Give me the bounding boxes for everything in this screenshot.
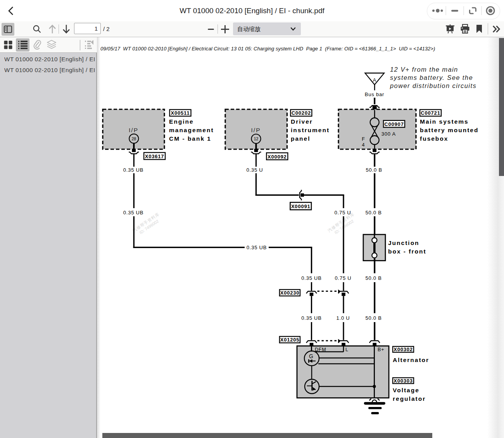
svg-text:1.0 U: 1.0 U xyxy=(336,315,350,321)
svg-text:management: management xyxy=(169,127,214,133)
svg-text:0.35 U: 0.35 U xyxy=(246,167,263,173)
svg-text:0.35 UB: 0.35 UB xyxy=(247,245,267,250)
svg-text:300 A: 300 A xyxy=(381,131,396,137)
svg-text:50.0 B: 50.0 B xyxy=(365,210,381,216)
svg-text:G: G xyxy=(309,353,313,359)
svg-text:C00721: C00721 xyxy=(421,110,440,116)
svg-text:0.75 U: 0.75 U xyxy=(334,210,351,216)
svg-text:4: 4 xyxy=(362,142,365,148)
svg-text:I/P: I/P xyxy=(129,127,138,133)
svg-text:regulator: regulator xyxy=(393,395,426,402)
svg-text:0.75 U: 0.75 U xyxy=(335,275,351,281)
svg-text:50.0 B: 50.0 B xyxy=(366,167,382,173)
svg-text:F: F xyxy=(362,136,365,142)
svg-text:Voltage: Voltage xyxy=(393,387,419,393)
svg-text:12: 12 xyxy=(254,136,259,141)
svg-text:Bus bar: Bus bar xyxy=(365,91,384,97)
svg-text:0.35 UB: 0.35 UB xyxy=(123,210,144,216)
svg-text:Driver: Driver xyxy=(291,118,313,125)
svg-text:fusebox: fusebox xyxy=(420,135,448,142)
svg-text:power distribution circuits: power distribution circuits xyxy=(390,82,476,89)
svg-text:X00302: X00302 xyxy=(394,347,413,352)
svg-text:0.35 UB: 0.35 UB xyxy=(123,167,144,173)
svg-text:X00230: X00230 xyxy=(280,290,300,296)
svg-text:CM - bank 1: CM - bank 1 xyxy=(169,135,211,142)
svg-text:systems battery. See the: systems battery. See the xyxy=(390,74,473,81)
svg-text:Alternator: Alternator xyxy=(393,357,429,363)
svg-text:0.35 UB: 0.35 UB xyxy=(301,315,322,321)
svg-text:09/05/17 WT 01000 02-2010 [En: 09/05/17 WT 01000 02-2010 [English] / El… xyxy=(100,46,435,52)
svg-text:battery mounted: battery mounted xyxy=(420,127,478,133)
svg-text:L: L xyxy=(345,347,349,352)
svg-text:50.0 B: 50.0 B xyxy=(365,315,381,321)
svg-text:C00202: C00202 xyxy=(292,110,311,116)
svg-text:X01205: X01205 xyxy=(280,337,300,343)
svg-text:A: A xyxy=(373,78,376,83)
svg-text:50.0 B: 50.0 B xyxy=(365,275,381,281)
svg-text:Engine: Engine xyxy=(169,118,194,125)
svg-text:X00511: X00511 xyxy=(171,110,190,116)
svg-text:X00303: X00303 xyxy=(394,378,413,384)
svg-text:28: 28 xyxy=(131,136,136,141)
svg-text:panel: panel xyxy=(291,135,310,142)
svg-text:X03617: X03617 xyxy=(145,153,164,159)
svg-text:instrument: instrument xyxy=(291,127,330,133)
svg-text:0.35 UB: 0.35 UB xyxy=(301,275,322,281)
svg-text:Main systems: Main systems xyxy=(420,118,469,125)
svg-text:B+: B+ xyxy=(378,347,384,352)
svg-text:Junction: Junction xyxy=(388,240,419,246)
svg-text:I/P: I/P xyxy=(251,127,261,133)
svg-text:X00091: X00091 xyxy=(291,203,311,209)
svg-text:box - front: box - front xyxy=(388,248,426,255)
svg-text:C00907: C00907 xyxy=(384,121,404,127)
svg-text:12 V+ from the main: 12 V+ from the main xyxy=(390,66,458,73)
svg-text:X00092: X00092 xyxy=(268,154,287,160)
